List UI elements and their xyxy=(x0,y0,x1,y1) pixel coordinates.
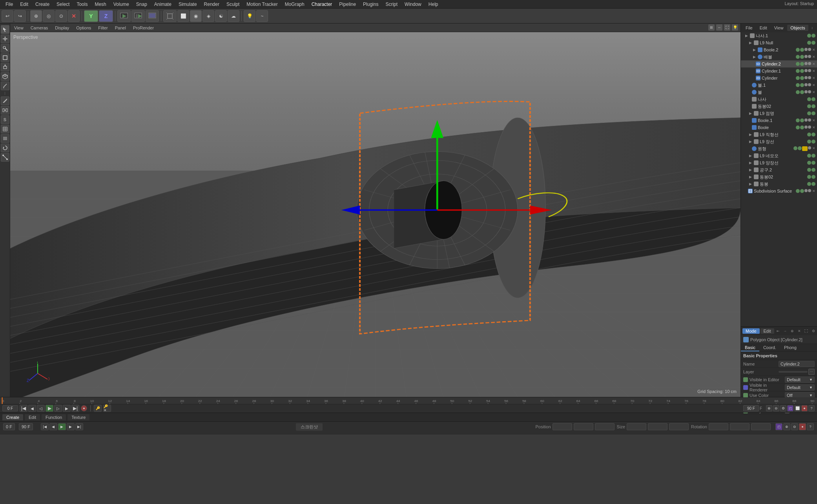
y-axis-button[interactable]: Y xyxy=(84,10,98,22)
props-icon-3[interactable]: ⊕ xyxy=(789,328,795,334)
obj-bol1[interactable]: 볼.1 ✕ xyxy=(741,82,817,89)
obj-dongbong[interactable]: ▶ 동봉 xyxy=(741,180,817,187)
tc-extra-6[interactable]: ● xyxy=(801,405,808,411)
scale-button[interactable]: ◎ xyxy=(43,10,55,22)
viewport[interactable]: View Cameras Display Options Filter Pane… xyxy=(10,24,740,397)
obj-boole1[interactable]: Boole.1 ✕ xyxy=(741,117,817,124)
vp-icon-4[interactable]: 💡 xyxy=(732,24,738,31)
props-tab-coord[interactable]: Coord. xyxy=(759,344,780,351)
status-play[interactable]: ▶ xyxy=(58,423,66,430)
shading-wireframe-btn[interactable]: ⬜ xyxy=(177,10,189,22)
obj-boole[interactable]: Boole ✕ xyxy=(741,124,817,131)
shading-texture-btn[interactable]: ☯ xyxy=(215,10,227,22)
menu-item-edit[interactable]: Edit xyxy=(17,1,31,8)
rot-y[interactable] xyxy=(730,423,750,430)
menu-item-motion-tracker[interactable]: Motion Tracker xyxy=(243,1,281,8)
menu-item-tools[interactable]: Tools xyxy=(73,1,91,8)
timeline-ruler[interactable]: 0 2 4 6 8 10 12 14 16 18 20 22 24 26 28 … xyxy=(0,397,817,404)
obj-nasa1[interactable]: ▶ 나사.1 xyxy=(741,32,817,39)
prop-layer-value[interactable] xyxy=(779,371,808,373)
menu-item-window[interactable]: Window xyxy=(401,1,425,8)
bot-tab-texture[interactable]: Texture xyxy=(67,414,89,420)
vp-panel[interactable]: Panel xyxy=(113,25,128,31)
vp-display[interactable]: Display xyxy=(53,25,71,31)
tc-extra-5[interactable]: ⬜ xyxy=(794,405,801,411)
tc-extra-4[interactable]: ◰ xyxy=(787,405,793,411)
menu-item-sculpt[interactable]: Sculpt xyxy=(223,1,243,8)
objects-list[interactable]: ▶ 나사.1 ▶ L9 Null ▶ xyxy=(741,32,817,326)
tool-box[interactable] xyxy=(1,53,9,62)
tool-bridge[interactable] xyxy=(1,106,9,115)
obj-boole2[interactable]: ▶ Boole.2 ✕ xyxy=(741,46,817,53)
shading-full-btn[interactable]: ☁ xyxy=(228,10,239,22)
props-icon-2[interactable]: → xyxy=(782,328,788,334)
status-icon-5[interactable]: ? xyxy=(807,423,814,430)
bot-tab-function[interactable]: Function xyxy=(42,414,66,420)
menu-item-create[interactable]: Create xyxy=(32,1,53,8)
move-button[interactable]: ⊕ xyxy=(30,10,42,22)
menu-item-mograph[interactable]: MoGraph xyxy=(282,1,308,8)
tc-extra-2[interactable]: ⊖ xyxy=(773,405,779,411)
z-axis-button[interactable]: Z xyxy=(99,10,113,22)
menu-item-volume[interactable]: Volume xyxy=(110,1,132,8)
undo-button[interactable]: ↩ xyxy=(2,10,13,22)
vp-options[interactable]: Options xyxy=(75,25,93,31)
frame-status[interactable]: 0 F xyxy=(3,423,15,430)
status-play-fwd[interactable]: ▶ xyxy=(67,423,75,430)
size-z[interactable] xyxy=(669,423,689,430)
status-icon-4[interactable]: ● xyxy=(799,423,806,430)
menu-item-mesh[interactable]: Mesh xyxy=(91,1,109,8)
frame-field[interactable]: 0 F xyxy=(2,405,18,411)
prop-vis-renderer-value[interactable]: Default ▼ xyxy=(785,384,815,391)
menu-item-help[interactable]: Help xyxy=(425,1,441,8)
props-icon-5[interactable]: ⛶ xyxy=(803,328,810,334)
viewport-3d[interactable]: X Y Z Grid Spacing: 10 cm xyxy=(10,32,740,397)
obj-wonhyeong[interactable]: 원형 ✕ xyxy=(741,145,817,152)
tool-cube[interactable] xyxy=(1,72,9,81)
tool-select[interactable] xyxy=(1,25,9,34)
tool-knife[interactable] xyxy=(1,96,9,105)
status-icon-1[interactable]: ◰ xyxy=(775,423,782,430)
status-play-end[interactable]: ▶| xyxy=(75,423,83,430)
view-perspective-btn[interactable] xyxy=(163,10,177,22)
menu-item-file[interactable]: File xyxy=(2,1,16,8)
shading-lines-btn[interactable]: ◈ xyxy=(202,10,214,22)
tool-paint[interactable] xyxy=(1,44,9,53)
menu-item-animate[interactable]: Animate xyxy=(151,1,175,8)
tc-extra-3[interactable]: ⚙ xyxy=(780,405,786,411)
light-btn[interactable]: 💡 xyxy=(244,10,255,22)
tool-pen[interactable] xyxy=(1,82,9,90)
obj-l9-nemo[interactable]: ▶ L9 네모오 xyxy=(741,152,817,159)
bot-tab-edit[interactable]: Edit xyxy=(25,414,40,420)
render-full-btn[interactable] xyxy=(146,10,159,22)
menu-item-render[interactable]: Render xyxy=(201,1,222,8)
menu-item-select[interactable]: Select xyxy=(53,1,73,8)
rp-tab-objects[interactable]: Objects xyxy=(787,25,808,31)
tool-move[interactable] xyxy=(1,35,9,43)
pos-z[interactable] xyxy=(595,423,615,430)
tool-layers[interactable] xyxy=(1,134,9,143)
tool-spin[interactable] xyxy=(1,144,9,152)
props-icon-6[interactable]: ⚙ xyxy=(810,328,817,334)
status-play-prev[interactable]: |◀ xyxy=(41,423,49,430)
tool-subdivide[interactable] xyxy=(1,125,9,133)
render-dot[interactable] xyxy=(812,34,815,38)
obj-bol[interactable]: 볼 ✕ xyxy=(741,89,817,96)
frame-prev-btn[interactable]: ◀ xyxy=(28,405,36,412)
vp-view[interactable]: View xyxy=(13,25,25,31)
obj-subdivision[interactable]: Subdivision Surface ✕ xyxy=(741,187,817,195)
obj-gonggu2[interactable]: ▶ 공구.2 xyxy=(741,166,817,173)
frame-start-btn[interactable]: |◀ xyxy=(20,405,27,412)
vis-dot[interactable] xyxy=(807,34,811,38)
prop-layer-btn[interactable]: ⋯ xyxy=(808,369,815,375)
enable-btn[interactable]: ~ xyxy=(256,10,268,22)
pos-y[interactable] xyxy=(574,423,593,430)
rp-icon-move[interactable]: ↕ xyxy=(809,25,815,31)
redo-button[interactable]: ↪ xyxy=(14,10,26,22)
props-edit-btn[interactable]: Edit xyxy=(760,328,774,334)
bot-tab-create[interactable]: Create xyxy=(2,414,23,420)
cancel-button[interactable]: ✕ xyxy=(68,10,80,22)
size-y[interactable] xyxy=(648,423,667,430)
menu-item-script[interactable]: Script xyxy=(382,1,401,8)
fps-status[interactable]: 90 F xyxy=(19,423,33,430)
